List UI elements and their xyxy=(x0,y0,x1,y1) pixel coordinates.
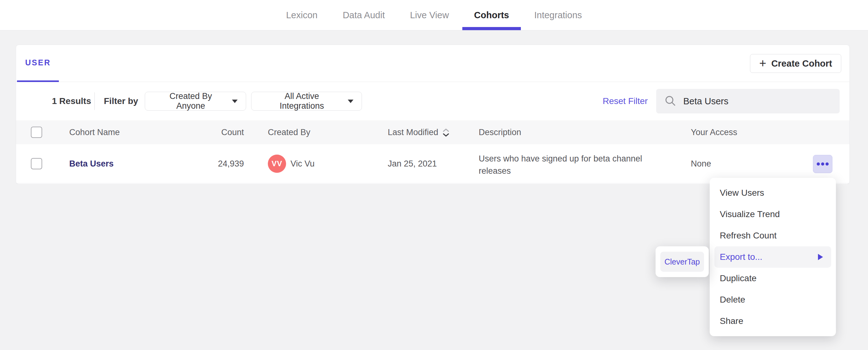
tab-data-audit[interactable]: Data Audit xyxy=(342,0,386,30)
search-box[interactable] xyxy=(656,89,840,113)
context-menu: View Users Visualize Trend Refresh Count… xyxy=(710,178,836,336)
divider xyxy=(94,92,95,110)
cohort-count: 24,939 xyxy=(158,144,244,183)
chevron-down-icon xyxy=(348,100,353,103)
tab-lexicon[interactable]: Lexicon xyxy=(285,0,318,30)
col-created-by: Created By xyxy=(268,120,310,144)
filter-bar: 1 Results Filter by Created By Anyone Al… xyxy=(16,82,849,120)
table-header: Cohort Name Count Created By Last Modifi… xyxy=(16,120,849,144)
col-description: Description xyxy=(479,120,650,144)
menu-item-refresh-count[interactable]: Refresh Count xyxy=(714,225,831,246)
menu-item-visualize-trend[interactable]: Visualize Trend xyxy=(714,204,831,225)
access-value: None xyxy=(691,144,711,183)
col-count: Count xyxy=(158,120,244,144)
select-all-checkbox[interactable] xyxy=(31,127,42,138)
submenu-item-clevertap[interactable]: CleverTap xyxy=(660,252,704,272)
tab-user-label: USER xyxy=(25,58,51,67)
last-modified-value: Jan 25, 2021 xyxy=(388,144,437,183)
filter-by-label: Filter by xyxy=(104,82,138,120)
menu-item-export-to[interactable]: Export to... xyxy=(714,246,831,268)
created-by-dropdown-label: Created By Anyone xyxy=(155,92,226,111)
search-icon xyxy=(664,95,676,107)
tab-live-view[interactable]: Live View xyxy=(409,0,450,30)
tab-cohorts[interactable]: Cohorts xyxy=(473,0,510,30)
more-options-icon xyxy=(821,163,824,166)
menu-item-share[interactable]: Share xyxy=(714,310,831,332)
avatar: VV xyxy=(268,154,286,173)
menu-item-delete[interactable]: Delete xyxy=(714,289,831,310)
more-options-icon xyxy=(817,163,820,166)
col-your-access: Your Access xyxy=(691,120,737,144)
tab-integrations[interactable]: Integrations xyxy=(533,0,583,30)
search-input[interactable] xyxy=(683,96,833,107)
chevron-down-icon xyxy=(232,100,238,103)
create-cohort-label: Create Cohort xyxy=(771,59,832,69)
col-cohort-name: Cohort Name xyxy=(69,120,120,144)
created-by-dropdown[interactable]: Created By Anyone xyxy=(145,92,246,111)
card-header: USER + Create Cohort xyxy=(16,45,849,82)
row-checkbox[interactable] xyxy=(31,158,42,169)
col-last-modified-label: Last Modified xyxy=(388,128,438,137)
submenu-arrow-icon xyxy=(818,254,823,260)
reset-filter-link[interactable]: Reset Filter xyxy=(603,82,648,120)
top-nav: Lexicon Data Audit Live View Cohorts Int… xyxy=(0,0,868,31)
menu-item-duplicate[interactable]: Duplicate xyxy=(714,268,831,289)
description-text: Users who have signed up for beta channe… xyxy=(479,153,650,177)
more-options-icon xyxy=(826,163,829,166)
cohort-name-link[interactable]: Beta Users xyxy=(69,159,114,169)
create-cohort-button[interactable]: + Create Cohort xyxy=(750,54,841,73)
menu-item-export-to-label: Export to... xyxy=(720,252,762,262)
created-by-name: Vic Vu xyxy=(290,159,315,169)
integrations-dropdown-label: All Active Integrations xyxy=(261,92,342,111)
integrations-dropdown[interactable]: All Active Integrations xyxy=(251,92,362,111)
menu-item-view-users[interactable]: View Users xyxy=(714,182,831,204)
tab-user[interactable]: USER xyxy=(17,45,59,82)
sort-icon[interactable] xyxy=(442,128,450,137)
plus-icon: + xyxy=(759,57,766,69)
col-last-modified: Last Modified xyxy=(388,120,450,144)
export-submenu: CleverTap xyxy=(656,246,709,277)
row-actions-button[interactable] xyxy=(813,155,832,173)
results-count: 1 Results xyxy=(52,82,91,120)
cohorts-card: USER + Create Cohort 1 Results Filter by… xyxy=(16,45,850,184)
